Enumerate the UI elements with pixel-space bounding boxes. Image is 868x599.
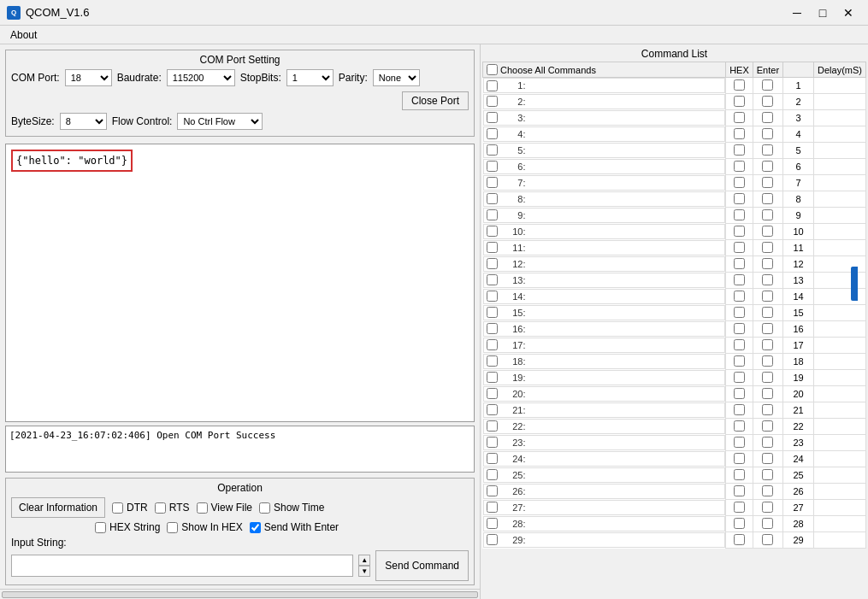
enter-checkbox[interactable] (762, 112, 773, 123)
hex-checkbox[interactable] (734, 518, 745, 529)
command-input[interactable] (528, 387, 723, 401)
flowcontrol-select[interactable]: No Ctrl Flow (177, 113, 263, 130)
command-input[interactable] (528, 420, 723, 433)
enter-checkbox[interactable] (762, 388, 773, 399)
row-select-checkbox[interactable] (487, 323, 498, 334)
enter-checkbox[interactable] (762, 96, 773, 107)
command-input[interactable] (528, 322, 723, 336)
command-input[interactable] (528, 452, 723, 466)
command-input[interactable] (528, 111, 723, 125)
horizontal-scroll-track[interactable] (2, 591, 478, 598)
enter-checkbox[interactable] (762, 274, 773, 285)
minimize-button[interactable]: ─ (784, 3, 810, 23)
enter-checkbox[interactable] (762, 258, 773, 269)
delay-input[interactable] (817, 127, 863, 141)
command-input[interactable] (528, 144, 723, 157)
command-input[interactable] (528, 355, 723, 368)
row-select-checkbox[interactable] (487, 112, 498, 123)
dtr-checkbox[interactable] (112, 502, 123, 514)
hex-checkbox[interactable] (734, 420, 745, 432)
enter-checkbox[interactable] (762, 420, 773, 432)
delay-input[interactable] (817, 160, 863, 173)
row-select-checkbox[interactable] (487, 161, 498, 172)
command-input[interactable] (528, 436, 723, 449)
delay-input[interactable] (817, 484, 863, 498)
enter-checkbox[interactable] (762, 437, 773, 448)
row-select-checkbox[interactable] (487, 372, 498, 383)
row-select-checkbox[interactable] (487, 502, 498, 513)
delay-input[interactable] (817, 533, 863, 547)
hex-checkbox[interactable] (734, 79, 745, 91)
spin-down-button[interactable]: ▼ (358, 566, 370, 577)
enter-checkbox[interactable] (762, 242, 773, 253)
hex-checkbox[interactable] (734, 485, 745, 496)
hex-checkbox[interactable] (734, 258, 745, 269)
command-input[interactable] (528, 371, 723, 385)
hex-checkbox[interactable] (734, 372, 745, 383)
delay-input[interactable] (817, 468, 863, 482)
row-select-checkbox[interactable] (487, 226, 498, 237)
enter-checkbox[interactable] (762, 534, 773, 545)
close-port-button[interactable]: Close Port (402, 91, 469, 110)
delay-input[interactable] (817, 111, 863, 125)
com-port-select[interactable]: 18 (65, 69, 112, 86)
delay-input[interactable] (817, 192, 863, 206)
delay-input[interactable] (817, 241, 863, 255)
parity-select[interactable]: None (373, 69, 420, 86)
delay-input[interactable] (817, 322, 863, 336)
hex-checkbox[interactable] (734, 242, 745, 253)
enter-checkbox[interactable] (762, 323, 773, 334)
hex-checkbox[interactable] (734, 502, 745, 513)
command-input[interactable] (528, 176, 723, 190)
enter-checkbox[interactable] (762, 161, 773, 172)
row-select-checkbox[interactable] (487, 469, 498, 480)
row-select-checkbox[interactable] (487, 404, 498, 415)
send-with-enter-checkbox[interactable] (250, 522, 261, 533)
hex-checkbox[interactable] (734, 534, 745, 545)
enter-checkbox[interactable] (762, 79, 773, 91)
enter-checkbox[interactable] (762, 453, 773, 464)
command-input[interactable] (528, 484, 723, 498)
baudrate-select[interactable]: 115200 (167, 69, 235, 86)
send-command-button[interactable]: Send Command (375, 550, 469, 581)
row-select-checkbox[interactable] (487, 96, 498, 107)
enter-checkbox[interactable] (762, 291, 773, 302)
command-input[interactable] (528, 468, 723, 482)
row-select-checkbox[interactable] (487, 209, 498, 220)
rts-checkbox[interactable] (155, 502, 166, 514)
row-select-checkbox[interactable] (487, 388, 498, 399)
maximize-button[interactable]: □ (810, 3, 836, 23)
bytesize-select[interactable]: 8 (60, 113, 107, 130)
view-file-checkbox-group[interactable]: View File (197, 502, 252, 514)
hex-checkbox[interactable] (734, 469, 745, 480)
row-select-checkbox[interactable] (487, 274, 498, 285)
hex-checkbox[interactable] (734, 274, 745, 285)
hex-checkbox[interactable] (734, 307, 745, 318)
delay-input[interactable] (817, 225, 863, 238)
command-input[interactable] (528, 208, 723, 222)
hex-checkbox[interactable] (734, 453, 745, 464)
show-in-hex-checkbox-group[interactable]: Show In HEX (167, 521, 242, 533)
row-select-checkbox[interactable] (487, 420, 498, 432)
hex-string-checkbox-group[interactable]: HEX String (95, 521, 160, 533)
delay-input[interactable] (817, 306, 863, 320)
command-input[interactable] (528, 192, 723, 206)
delay-input[interactable] (817, 517, 863, 531)
command-input[interactable] (528, 533, 723, 547)
row-select-checkbox[interactable] (487, 128, 498, 139)
row-select-checkbox[interactable] (487, 258, 498, 269)
bottom-scrollbar[interactable] (0, 589, 480, 599)
choose-all-checkbox[interactable] (487, 64, 498, 75)
enter-checkbox[interactable] (762, 307, 773, 318)
command-input[interactable] (528, 127, 723, 141)
command-input[interactable] (528, 241, 723, 255)
dtr-checkbox-group[interactable]: DTR (112, 502, 148, 514)
hex-checkbox[interactable] (734, 96, 745, 107)
enter-checkbox[interactable] (762, 144, 773, 156)
row-select-checkbox[interactable] (487, 534, 498, 545)
row-select-checkbox[interactable] (487, 485, 498, 496)
delay-input[interactable] (817, 144, 863, 157)
command-input[interactable] (528, 306, 723, 320)
rts-checkbox-group[interactable]: RTS (155, 502, 190, 514)
hex-checkbox[interactable] (734, 161, 745, 172)
